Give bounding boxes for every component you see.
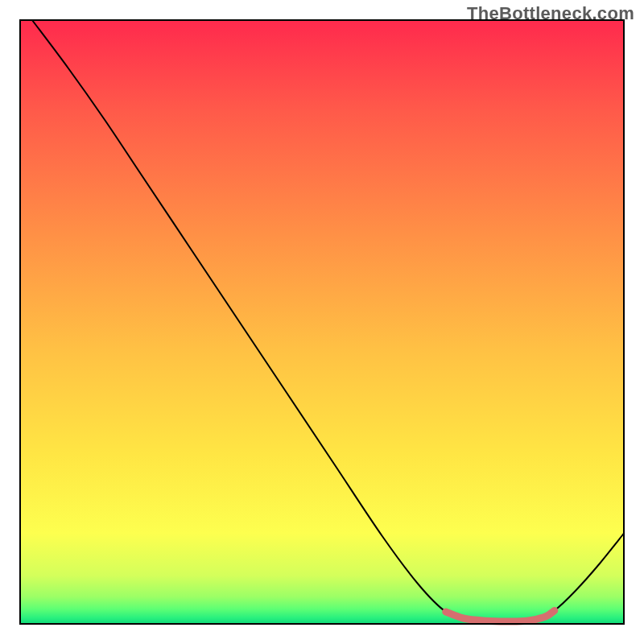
watermark-label: TheBottleneck.com bbox=[467, 3, 634, 24]
bottleneck-chart bbox=[0, 0, 644, 644]
chart-container: TheBottleneck.com bbox=[0, 0, 644, 644]
plot-background bbox=[20, 20, 624, 624]
